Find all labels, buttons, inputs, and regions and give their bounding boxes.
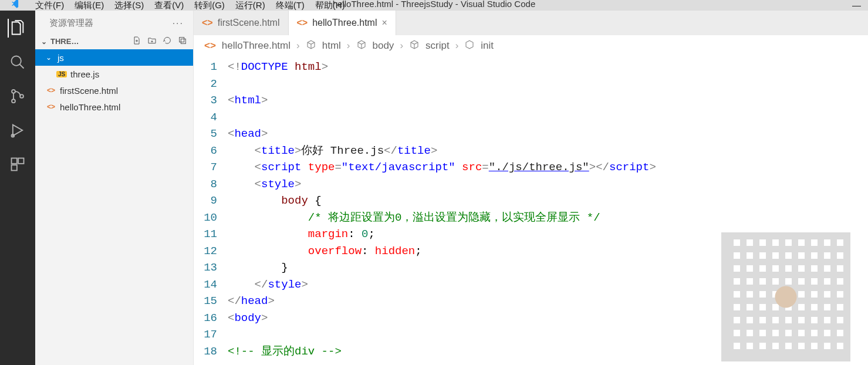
tab-label: firstScene.html xyxy=(218,18,280,28)
sidebar-more-icon[interactable]: ··· xyxy=(173,18,184,29)
close-icon[interactable]: × xyxy=(381,18,387,28)
html-file-icon: <> xyxy=(46,103,56,111)
new-file-icon[interactable] xyxy=(132,36,141,47)
html-file-icon: <> xyxy=(297,18,308,28)
symbol-icon xyxy=(464,39,475,53)
explorer-section-label: THRE… xyxy=(50,37,79,46)
breadcrumb-item[interactable]: script xyxy=(425,40,450,52)
search-icon[interactable] xyxy=(8,53,27,72)
menu-edit[interactable]: 编辑(E) xyxy=(75,0,104,11)
html-file-icon: <> xyxy=(204,40,216,52)
explorer-section-header[interactable]: ⌄ THRE… xyxy=(35,33,193,49)
window-title: helloThree.html - ThreejsStudy - Visual … xyxy=(333,0,535,9)
activity-bar xyxy=(0,11,35,365)
tab-label: helloThree.html xyxy=(312,18,377,28)
symbol-icon xyxy=(409,39,420,53)
tab-firstscene[interactable]: <> firstScene.html xyxy=(194,11,289,35)
breadcrumb-item[interactable]: init xyxy=(481,40,494,52)
tree-folder-js[interactable]: ⌄ js xyxy=(35,49,193,66)
window-minimize-icon[interactable]: — xyxy=(852,0,861,10)
menu-terminal[interactable]: 终端(T) xyxy=(276,0,305,11)
menu-view[interactable]: 查看(V) xyxy=(154,0,184,11)
chevron-down-icon: ⌄ xyxy=(46,53,54,62)
menu-file[interactable]: 文件(F) xyxy=(35,0,64,11)
breadcrumb[interactable]: <> helloThree.html › html › body › scrip… xyxy=(194,35,868,56)
collapse-all-icon[interactable] xyxy=(178,36,187,47)
symbol-icon xyxy=(356,39,367,53)
breadcrumb-item[interactable]: helloThree.html xyxy=(222,40,291,52)
svg-rect-9 xyxy=(181,39,185,43)
svg-rect-5 xyxy=(12,158,17,164)
svg-point-1 xyxy=(12,90,15,93)
svg-rect-7 xyxy=(12,165,17,170)
menu-items: 文件(F) 编辑(E) 选择(S) 查看(V) 转到(G) 运行(R) 终端(T… xyxy=(35,0,345,11)
refresh-icon[interactable] xyxy=(163,36,172,47)
js-file-icon: JS xyxy=(56,71,67,77)
line-numbers: 123456789101112131415161718 xyxy=(194,56,228,365)
sidebar-title: 资源管理器 xyxy=(49,18,93,29)
extensions-icon[interactable] xyxy=(8,155,27,174)
menu-selection[interactable]: 选择(S) xyxy=(114,0,144,11)
html-file-icon: <> xyxy=(202,18,213,28)
tab-hellothree[interactable]: <> helloThree.html × xyxy=(289,11,396,35)
chevron-right-icon: › xyxy=(347,40,350,52)
breadcrumb-item[interactable]: body xyxy=(373,40,394,52)
source-control-icon[interactable] xyxy=(8,87,27,106)
tree-file-hellothree[interactable]: <> helloThree.html xyxy=(35,99,193,115)
chevron-down-icon: ⌄ xyxy=(41,38,47,46)
svg-point-2 xyxy=(12,99,15,103)
tree-file-label: three.js xyxy=(70,69,99,79)
run-debug-icon[interactable] xyxy=(8,121,27,140)
symbol-icon xyxy=(306,39,316,53)
new-folder-icon[interactable] xyxy=(147,36,157,47)
menu-go[interactable]: 转到(G) xyxy=(194,0,225,11)
vscode-logo-icon xyxy=(7,0,25,11)
menu-bar: 文件(F) 编辑(E) 选择(S) 查看(V) 转到(G) 运行(R) 终端(T… xyxy=(0,0,868,11)
file-tree: ⌄ js JS three.js <> firstScene.html <> h… xyxy=(35,49,193,115)
chevron-right-icon: › xyxy=(455,40,459,52)
editor: <> firstScene.html <> helloThree.html × … xyxy=(194,11,868,365)
explorer-icon[interactable] xyxy=(8,19,26,38)
breadcrumb-item[interactable]: html xyxy=(322,40,341,52)
tree-file-threejs[interactable]: JS three.js xyxy=(35,66,193,82)
svg-rect-6 xyxy=(18,158,23,164)
sidebar: 资源管理器 ··· ⌄ THRE… ⌄ js JS xyxy=(35,11,194,365)
menu-run[interactable]: 运行(R) xyxy=(235,0,265,11)
tree-folder-label: js xyxy=(58,53,64,63)
tree-file-label: firstScene.html xyxy=(60,86,118,96)
chevron-right-icon: › xyxy=(400,40,403,52)
svg-rect-8 xyxy=(180,38,184,42)
html-file-icon: <> xyxy=(46,86,56,94)
chevron-right-icon: › xyxy=(296,40,300,52)
tree-file-firstscene[interactable]: <> firstScene.html xyxy=(35,82,193,99)
editor-tabs: <> firstScene.html <> helloThree.html × xyxy=(194,11,868,35)
qr-watermark xyxy=(721,232,850,361)
svg-point-0 xyxy=(12,56,21,66)
tree-file-label: helloThree.html xyxy=(60,102,120,112)
